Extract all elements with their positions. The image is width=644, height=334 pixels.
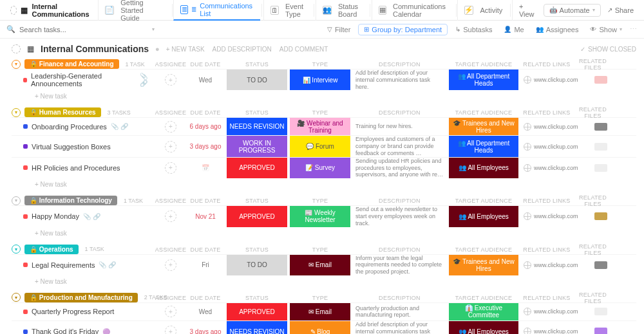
table-row[interactable]: Virtual Suggestion Boxes+3 days agoWORK … [12,135,636,156]
related-links-cell[interactable]: www.clickup.com [521,303,581,320]
table-row[interactable]: Legal Requirements📎 🔗+FriTO DO✉ EmailInf… [12,254,636,275]
related-files-cell[interactable] [583,118,619,135]
status-cell[interactable]: APPROVED [227,158,287,178]
table-row[interactable]: HR Policies and Procedures+📅APPROVED📝 Su… [12,157,636,178]
settings-wheel-icon[interactable] [10,6,17,15]
assignee-placeholder[interactable]: + [165,162,176,174]
type-cell[interactable]: ✉ Email [290,303,350,320]
related-links-cell[interactable]: www.clickup.com [521,118,581,135]
target-audience-cell[interactable]: 👥 All Employees [449,321,518,334]
table-row[interactable]: Happy Monday📎 🔗+Nov 21APPROVED📰 Weekly N… [12,205,636,227]
add-view-button[interactable]: + View [512,0,541,21]
view-tab-activity[interactable]: ⚡Activity [457,0,509,21]
show-closed-button[interactable]: ✓SHOW CLOSED [580,46,636,53]
type-cell[interactable]: ✎ Blog [290,321,350,334]
type-cell[interactable]: 📰 Weekly Newsletter [290,206,350,227]
status-cell[interactable]: NEEDS REVISION [227,321,287,334]
target-audience-cell[interactable]: 🎓 Trainees and New Hires [449,255,518,275]
new-task-button[interactable]: + New task [12,227,636,241]
assignee-placeholder[interactable]: + [165,259,176,271]
related-links-cell[interactable]: www.clickup.com [521,321,581,334]
description-cell[interactable]: Send out a weekly newsletter to start ev… [353,206,446,227]
target-audience-cell[interactable]: 👥 All Department Heads [449,70,518,90]
description-cell[interactable]: Training for new hires. [353,118,446,135]
due-date[interactable]: Wed [187,303,224,320]
group-label[interactable]: 🔒 Finance and Accounting [24,59,119,69]
assignee-placeholder[interactable]: + [165,74,176,86]
filter-button[interactable]: ▽Filter [323,24,354,35]
description-cell[interactable]: Quarterly production and manufacturing r… [353,303,446,320]
target-audience-cell[interactable]: 🎓 Trainees and New Hires [449,118,518,135]
new-task-button[interactable]: + New task [12,90,636,104]
group-label[interactable]: 🔒 Information Technology [24,196,117,205]
assignee-placeholder[interactable]: + [165,121,176,133]
due-date[interactable]: Fri [187,255,224,275]
related-files-cell[interactable] [583,70,619,90]
show-button[interactable]: 👁Show▾ [586,24,626,35]
table-row[interactable]: Onboarding Procedures📎 🔗+6 days agoNEEDS… [12,117,636,135]
automate-button[interactable]: 🤖 Automate ▾ [544,4,601,17]
related-files-cell[interactable] [583,136,619,156]
settings-wheel-icon[interactable] [12,44,21,53]
table-row[interactable]: Thank God it's Friday🟣+3 days agoNEEDS R… [12,320,636,334]
type-cell[interactable]: 📊 Interview [290,70,350,90]
target-audience-cell[interactable]: 👥 All Employees [449,158,518,178]
add-comment-button[interactable]: ADD COMMENT [279,46,328,53]
group-collapse-toggle[interactable]: ▾ [12,245,21,254]
related-links-cell[interactable]: www.clickup.com [521,158,581,178]
subtasks-button[interactable]: ↳Subtasks [451,24,496,35]
more-icon[interactable]: ⋯ [630,25,638,33]
related-files-cell[interactable] [583,206,619,227]
related-files-cell[interactable] [583,158,619,178]
view-tab-communications-list[interactable]: ≣≣Communications List [173,0,260,21]
type-cell[interactable]: 💬 Forum [290,136,350,156]
description-cell[interactable]: Add brief description of your internal c… [353,321,446,334]
group-collapse-toggle[interactable]: ▾ [12,60,21,69]
description-cell[interactable]: Add brief description of your internal c… [353,70,446,90]
assignee-placeholder[interactable]: + [165,326,176,334]
group-collapse-toggle[interactable]: ▾ [12,108,21,117]
assignee-placeholder[interactable]: + [165,141,176,153]
due-date[interactable]: 3 days ago [187,321,224,334]
related-files-cell[interactable] [583,303,619,320]
due-date[interactable]: 3 days ago [187,136,224,156]
target-audience-cell[interactable]: 👥 All Employees [449,206,518,227]
related-links-cell[interactable]: www.clickup.com [521,206,581,227]
type-cell[interactable]: 📝 Survey [290,158,350,178]
related-files-cell[interactable] [583,255,619,275]
status-cell[interactable]: NEEDS REVISION [227,118,287,135]
description-cell[interactable]: Sending updated HR policies and procedur… [353,158,446,178]
type-cell[interactable]: 🎥 Webinar and Training [290,118,350,135]
table-row[interactable]: Leadership-Generated Announcements📎 🔗+We… [12,69,636,90]
status-cell[interactable]: TO DO [227,255,287,275]
view-tab-getting-started-guide[interactable]: 📄Getting Started Guide [98,0,170,21]
chevron-down-icon[interactable]: ▾ [152,26,155,32]
share-button[interactable]: ↗ Share [602,5,639,16]
status-cell[interactable]: APPROVED [227,303,287,320]
due-date[interactable]: 6 days ago [187,118,224,135]
new-task-button[interactable]: + New task [12,275,636,289]
assignee-placeholder[interactable]: + [165,210,176,222]
related-links-cell[interactable]: www.clickup.com [521,70,581,90]
target-audience-cell[interactable]: 👥 All Department Heads [449,136,518,156]
description-cell[interactable]: Inform your team the legal requirements … [353,255,446,275]
assignees-button[interactable]: 👥Assignees [532,24,583,35]
new-task-button[interactable]: + New task [12,178,636,192]
view-tab-event-type[interactable]: 🗓Event Type [263,0,312,21]
status-cell[interactable]: WORK IN PROGRESS [227,136,287,156]
group-label[interactable]: 🔒 Operations [24,245,79,254]
status-cell[interactable]: TO DO [227,70,287,90]
add-description-button[interactable]: ADD DESCRIPTION [213,46,272,53]
search-input[interactable] [19,26,148,33]
group-label[interactable]: 🔒 Production and Manufacturing [24,293,138,302]
view-tab-communications-calendar[interactable]: ▦Communications Calendar [372,0,455,21]
description-cell[interactable]: Employees and customers of a company or … [353,136,446,156]
related-files-cell[interactable] [583,321,619,334]
due-date[interactable]: 📅 [187,158,224,178]
related-links-cell[interactable]: www.clickup.com [521,255,581,275]
view-tab-status-board[interactable]: 👥Status Board [316,0,368,21]
due-date[interactable]: Nov 21 [187,206,224,227]
assignee-placeholder[interactable]: + [165,306,176,317]
related-links-cell[interactable]: www.clickup.com [521,136,581,156]
new-task-button[interactable]: + NEW TASK [166,46,205,53]
